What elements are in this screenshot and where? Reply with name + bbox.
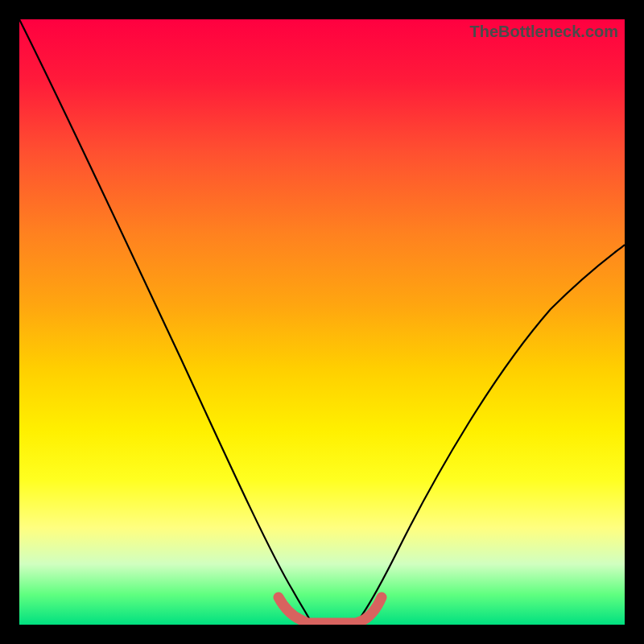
left-curve [19,19,311,621]
chart-svg [19,19,625,625]
chart-frame: TheBottleneck.com [0,0,644,644]
curve-layer [19,19,625,623]
plot-area: TheBottleneck.com [19,19,625,625]
right-curve [357,245,625,621]
watermark-label: TheBottleneck.com [470,23,618,41]
